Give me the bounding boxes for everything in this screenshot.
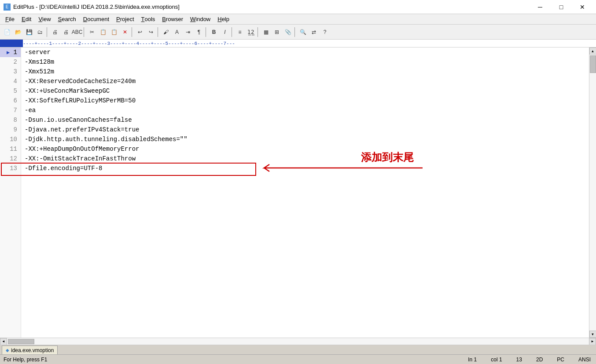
restore-button[interactable]: □ [551, 0, 571, 14]
minimize-button[interactable]: ─ [530, 0, 550, 14]
tab-label: idea.exe.vmoption [11, 347, 54, 353]
code-panel: ▶ 12345678910111213 -server-Xms128m-Xmx5… [0, 47, 589, 338]
code-line-10: -Djdk.http.auth.tunneling.disabledScheme… [25, 135, 585, 144]
separator-1 [47, 27, 48, 37]
toolbar: 📄 📂 💾 🗂 🖨 🖨 ABC ✂ 📋 📋 ✕ ↩ ↪ 🖌 A ⇥ ¶ B I … [0, 25, 596, 40]
code-line-5: -XX:+UseConcMarkSweepGC [25, 86, 585, 96]
h-scroll-thumb[interactable] [8, 339, 34, 344]
col-select-button[interactable]: ▦ [261, 27, 271, 37]
format-button[interactable]: ¶ [194, 27, 204, 37]
status-col: col 1 [489, 357, 504, 363]
align-left-button[interactable]: ≡ [235, 27, 245, 37]
paste-button[interactable]: 📋 [109, 27, 119, 37]
line-number-10: 10 [0, 135, 21, 144]
code-editor[interactable]: -server-Xms128m-Xmx512m-XX:ReservedCodeC… [21, 47, 589, 338]
separator-2 [84, 27, 85, 37]
line-number-11: 11 [0, 144, 21, 154]
redo-button[interactable]: ↪ [146, 27, 156, 37]
ruler-text: ----+----1----+----2----+----3----+----4… [23, 40, 235, 47]
status-bar: For Help, press F1 In 1 col 1 13 2D PC A… [0, 354, 596, 364]
separator-7 [258, 27, 259, 37]
scroll-right-button[interactable]: ► [589, 338, 596, 345]
editor-area: ▶ 12345678910111213 -server-Xms128m-Xmx5… [0, 47, 596, 338]
menu-file[interactable]: File [2, 14, 18, 24]
open-button[interactable]: 📂 [13, 27, 23, 37]
status-help: For Help, press F1 [4, 357, 47, 363]
menu-edit[interactable]: Edit [18, 14, 35, 24]
separator-3 [132, 27, 133, 37]
search-button[interactable]: 🔍 [298, 27, 308, 37]
code-line-11: -XX:+HeapDumpOnOutOfMemoryError [25, 144, 585, 154]
menu-browser[interactable]: Browser [158, 14, 187, 24]
indent-button[interactable]: ⇥ [183, 27, 193, 37]
scroll-left-button[interactable]: ◄ [0, 338, 7, 345]
code-line-8: -Dsun.io.useCanonCaches=false [25, 115, 585, 125]
scroll-down-button[interactable]: ▼ [589, 331, 596, 338]
line-number-7: 7 [0, 106, 21, 115]
menu-bar: File Edit View Search Document Project T… [0, 14, 596, 25]
scroll-track[interactable] [589, 55, 596, 331]
scroll-thumb[interactable] [590, 55, 596, 73]
replace-button[interactable]: ⇄ [309, 27, 319, 37]
separator-4 [158, 27, 159, 37]
line-number-9: 9 [0, 125, 21, 135]
separator-6 [232, 27, 233, 37]
separator-5 [206, 27, 207, 37]
code-line-3: -Xmx512m [25, 67, 585, 76]
print-preview-button[interactable]: 🖨 [61, 27, 71, 37]
close-button[interactable]: ✕ [572, 0, 592, 14]
menu-document[interactable]: Document [80, 14, 113, 24]
code-line-9: -Djava.net.preferIPv4Stack=true [25, 125, 585, 135]
font-button[interactable]: A [172, 27, 182, 37]
separator-8 [294, 27, 296, 37]
status-platform: PC [555, 357, 566, 363]
code-line-12: -XX:-OmitStackTraceInFastThrow [25, 154, 585, 164]
spell-check-button[interactable]: ABC [72, 27, 82, 37]
save-all-button[interactable]: 🗂 [35, 27, 45, 37]
menu-search[interactable]: Search [55, 14, 80, 24]
horizontal-scrollbar[interactable]: ◄ ► [0, 338, 596, 345]
tab-idea-vmoption[interactable]: ◆ idea.exe.vmoption [2, 346, 58, 354]
menu-tools[interactable]: Tools [138, 14, 159, 24]
code-line-2: -Xms128m [25, 57, 585, 67]
copy-button[interactable]: 📋 [98, 27, 108, 37]
status-encoding: ANSI [577, 357, 592, 363]
vertical-scrollbar[interactable]: ▲ ▼ [589, 47, 596, 338]
h-scroll-track[interactable] [7, 338, 589, 345]
status-mode: 2D [534, 357, 544, 363]
window-title: EditPlus - [D:\IDEA\IntelliJ IDEA 2018.2… [13, 4, 180, 10]
app-icon: E [4, 4, 11, 11]
status-right: In 1 col 1 13 2D PC ANSI [466, 357, 592, 363]
menu-view[interactable]: View [35, 14, 54, 24]
line-number-1: ▶ 1 [0, 47, 21, 57]
undo-button[interactable]: ↩ [135, 27, 145, 37]
scroll-up-button[interactable]: ▲ [589, 47, 596, 55]
tab-bar: ◆ idea.exe.vmoption [0, 345, 596, 354]
menu-window[interactable]: Window [187, 14, 214, 24]
clip-button[interactable]: 📎 [283, 27, 293, 37]
line-number-4: 4 [0, 76, 21, 86]
new-button[interactable]: 📄 [2, 27, 12, 37]
cut-button[interactable]: ✂ [87, 27, 97, 37]
insert-button[interactable]: ⊞ [272, 27, 282, 37]
menu-help[interactable]: Help [214, 14, 233, 24]
delete-button[interactable]: ✕ [120, 27, 130, 37]
line-number-8: 8 [0, 115, 21, 125]
italic-button[interactable]: I [220, 27, 230, 37]
line-number-3: 3 [0, 67, 21, 76]
code-line-13: -Dfile.encoding=UTF-8 [25, 164, 585, 173]
help-btn-toolbar[interactable]: ? [320, 27, 330, 37]
line-numbers: ▶ 12345678910111213 [0, 47, 21, 338]
line-number-13: 13 [0, 164, 21, 173]
print-button[interactable]: 🖨 [50, 27, 60, 37]
bold-button[interactable]: B [209, 27, 219, 37]
code-line-4: -XX:ReservedCodeCacheSize=240m [25, 76, 585, 86]
save-button[interactable]: 💾 [24, 27, 34, 37]
numbers-button[interactable]: 1̲2̲ [246, 27, 256, 37]
line-number-5: 5 [0, 86, 21, 96]
line-number-2: 2 [0, 57, 21, 67]
status-ln: In 1 [466, 357, 478, 363]
title-bar: E EditPlus - [D:\IDEA\IntelliJ IDEA 2018… [0, 0, 596, 14]
menu-project[interactable]: Project [113, 14, 137, 24]
brush-button[interactable]: 🖌 [161, 27, 171, 37]
